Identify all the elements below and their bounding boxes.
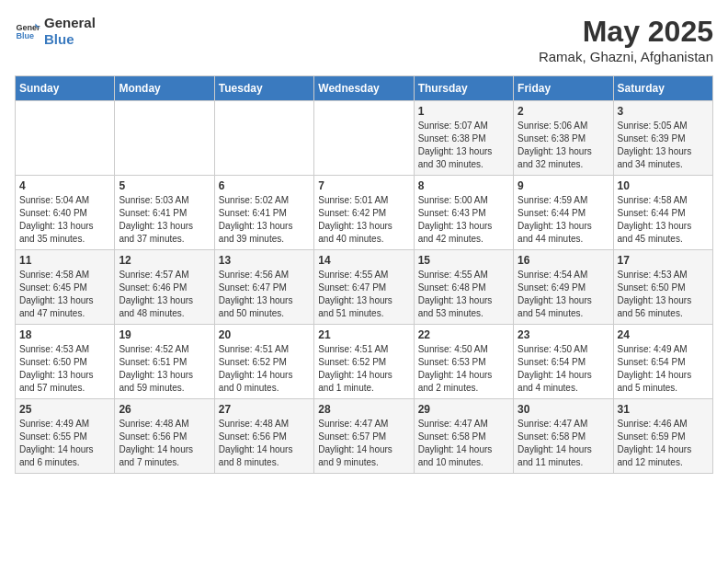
day-number: 20 <box>219 328 310 341</box>
svg-text:General: General <box>16 23 40 32</box>
day-cell: 10Sunrise: 4:58 AM Sunset: 6:44 PM Dayli… <box>613 176 712 250</box>
day-cell: 8Sunrise: 5:00 AM Sunset: 6:43 PM Daylig… <box>414 176 513 250</box>
day-number: 30 <box>518 403 609 416</box>
day-info: Sunrise: 5:04 AM Sunset: 6:40 PM Dayligh… <box>19 194 110 246</box>
day-number: 9 <box>518 179 609 192</box>
day-cell: 29Sunrise: 4:47 AM Sunset: 6:58 PM Dayli… <box>414 399 513 474</box>
day-info: Sunrise: 4:58 AM Sunset: 6:44 PM Dayligh… <box>618 194 709 246</box>
main-title: May 2025 <box>539 15 713 49</box>
day-cell: 5Sunrise: 5:03 AM Sunset: 6:41 PM Daylig… <box>115 176 214 250</box>
day-number: 17 <box>618 254 709 267</box>
day-number: 19 <box>119 328 210 341</box>
day-cell: 11Sunrise: 4:58 AM Sunset: 6:45 PM Dayli… <box>16 250 115 325</box>
day-number: 16 <box>518 254 609 267</box>
day-cell: 22Sunrise: 4:50 AM Sunset: 6:53 PM Dayli… <box>414 325 513 399</box>
day-cell: 25Sunrise: 4:49 AM Sunset: 6:55 PM Dayli… <box>16 399 115 474</box>
day-info: Sunrise: 4:47 AM Sunset: 6:57 PM Dayligh… <box>318 418 409 469</box>
day-info: Sunrise: 4:46 AM Sunset: 6:59 PM Dayligh… <box>618 418 709 469</box>
day-cell: 2Sunrise: 5:06 AM Sunset: 6:38 PM Daylig… <box>514 101 613 176</box>
day-cell <box>314 101 414 176</box>
day-info: Sunrise: 4:52 AM Sunset: 6:51 PM Dayligh… <box>119 343 210 395</box>
day-number: 12 <box>119 254 210 267</box>
day-number: 2 <box>518 105 609 118</box>
day-cell: 30Sunrise: 4:47 AM Sunset: 6:58 PM Dayli… <box>514 399 613 474</box>
day-cell: 18Sunrise: 4:53 AM Sunset: 6:50 PM Dayli… <box>16 325 115 399</box>
calendar-header: SundayMondayTuesdayWednesdayThursdayFrid… <box>16 76 713 101</box>
day-number: 13 <box>219 254 310 267</box>
day-info: Sunrise: 5:06 AM Sunset: 6:38 PM Dayligh… <box>518 120 609 171</box>
day-cell: 27Sunrise: 4:48 AM Sunset: 6:56 PM Dayli… <box>214 399 313 474</box>
day-info: Sunrise: 4:55 AM Sunset: 6:48 PM Dayligh… <box>418 269 509 320</box>
day-info: Sunrise: 5:00 AM Sunset: 6:43 PM Dayligh… <box>418 194 509 246</box>
day-cell: 31Sunrise: 4:46 AM Sunset: 6:59 PM Dayli… <box>613 399 712 474</box>
week-row-3: 11Sunrise: 4:58 AM Sunset: 6:45 PM Dayli… <box>16 250 713 325</box>
calendar-table: SundayMondayTuesdayWednesdayThursdayFrid… <box>15 75 713 474</box>
day-number: 24 <box>618 328 709 341</box>
day-number: 18 <box>19 328 110 341</box>
day-cell: 4Sunrise: 5:04 AM Sunset: 6:40 PM Daylig… <box>16 176 115 250</box>
day-cell: 1Sunrise: 5:07 AM Sunset: 6:38 PM Daylig… <box>414 101 513 176</box>
day-cell: 20Sunrise: 4:51 AM Sunset: 6:52 PM Dayli… <box>214 325 313 399</box>
day-info: Sunrise: 4:50 AM Sunset: 6:54 PM Dayligh… <box>518 343 609 395</box>
day-info: Sunrise: 5:05 AM Sunset: 6:39 PM Dayligh… <box>618 120 709 171</box>
title-block: May 2025 Ramak, Ghazni, Afghanistan <box>539 15 713 64</box>
day-number: 4 <box>19 179 110 192</box>
day-number: 8 <box>418 179 509 192</box>
day-cell: 13Sunrise: 4:56 AM Sunset: 6:47 PM Dayli… <box>214 250 313 325</box>
week-row-1: 1Sunrise: 5:07 AM Sunset: 6:38 PM Daylig… <box>16 101 713 176</box>
day-info: Sunrise: 4:48 AM Sunset: 6:56 PM Dayligh… <box>119 418 210 469</box>
day-info: Sunrise: 4:58 AM Sunset: 6:45 PM Dayligh… <box>19 269 110 320</box>
logo-line2: Blue <box>44 31 96 48</box>
day-number: 1 <box>418 105 509 118</box>
logo-icon: General Blue <box>15 18 40 44</box>
header-friday: Friday <box>514 76 613 101</box>
day-number: 10 <box>618 179 709 192</box>
day-info: Sunrise: 5:01 AM Sunset: 6:42 PM Dayligh… <box>318 194 409 246</box>
day-number: 7 <box>318 179 409 192</box>
header-tuesday: Tuesday <box>214 76 313 101</box>
subtitle: Ramak, Ghazni, Afghanistan <box>539 49 713 64</box>
svg-text:Blue: Blue <box>16 31 34 40</box>
day-cell <box>115 101 214 176</box>
day-info: Sunrise: 4:59 AM Sunset: 6:44 PM Dayligh… <box>518 194 609 246</box>
day-number: 5 <box>119 179 210 192</box>
day-number: 31 <box>618 403 709 416</box>
day-cell: 15Sunrise: 4:55 AM Sunset: 6:48 PM Dayli… <box>414 250 513 325</box>
header-wednesday: Wednesday <box>314 76 414 101</box>
day-number: 22 <box>418 328 509 341</box>
day-number: 6 <box>219 179 310 192</box>
day-cell: 24Sunrise: 4:49 AM Sunset: 6:54 PM Dayli… <box>613 325 712 399</box>
day-info: Sunrise: 4:51 AM Sunset: 6:52 PM Dayligh… <box>219 343 310 395</box>
day-info: Sunrise: 4:49 AM Sunset: 6:55 PM Dayligh… <box>19 418 110 469</box>
day-info: Sunrise: 4:47 AM Sunset: 6:58 PM Dayligh… <box>418 418 509 469</box>
week-row-4: 18Sunrise: 4:53 AM Sunset: 6:50 PM Dayli… <box>16 325 713 399</box>
day-info: Sunrise: 4:57 AM Sunset: 6:46 PM Dayligh… <box>119 269 210 320</box>
day-number: 23 <box>518 328 609 341</box>
day-info: Sunrise: 4:47 AM Sunset: 6:58 PM Dayligh… <box>518 418 609 469</box>
day-info: Sunrise: 4:55 AM Sunset: 6:47 PM Dayligh… <box>318 269 409 320</box>
day-cell: 6Sunrise: 5:02 AM Sunset: 6:41 PM Daylig… <box>214 176 313 250</box>
day-cell <box>214 101 313 176</box>
day-cell: 28Sunrise: 4:47 AM Sunset: 6:57 PM Dayli… <box>314 399 414 474</box>
day-info: Sunrise: 5:07 AM Sunset: 6:38 PM Dayligh… <box>418 120 509 171</box>
week-row-5: 25Sunrise: 4:49 AM Sunset: 6:55 PM Dayli… <box>16 399 713 474</box>
day-number: 25 <box>19 403 110 416</box>
day-cell: 26Sunrise: 4:48 AM Sunset: 6:56 PM Dayli… <box>115 399 214 474</box>
day-number: 27 <box>219 403 310 416</box>
day-info: Sunrise: 4:51 AM Sunset: 6:52 PM Dayligh… <box>318 343 409 395</box>
day-info: Sunrise: 4:50 AM Sunset: 6:53 PM Dayligh… <box>418 343 509 395</box>
logo-line1: General <box>44 15 96 31</box>
day-info: Sunrise: 5:03 AM Sunset: 6:41 PM Dayligh… <box>119 194 210 246</box>
day-info: Sunrise: 4:53 AM Sunset: 6:50 PM Dayligh… <box>618 269 709 320</box>
day-cell: 16Sunrise: 4:54 AM Sunset: 6:49 PM Dayli… <box>514 250 613 325</box>
day-info: Sunrise: 4:49 AM Sunset: 6:54 PM Dayligh… <box>618 343 709 395</box>
day-cell: 17Sunrise: 4:53 AM Sunset: 6:50 PM Dayli… <box>613 250 712 325</box>
day-cell: 19Sunrise: 4:52 AM Sunset: 6:51 PM Dayli… <box>115 325 214 399</box>
header-thursday: Thursday <box>414 76 513 101</box>
day-number: 15 <box>418 254 509 267</box>
header-saturday: Saturday <box>613 76 712 101</box>
logo: General Blue General Blue <box>15 15 96 48</box>
day-number: 28 <box>318 403 409 416</box>
day-info: Sunrise: 4:53 AM Sunset: 6:50 PM Dayligh… <box>19 343 110 395</box>
day-info: Sunrise: 4:56 AM Sunset: 6:47 PM Dayligh… <box>219 269 310 320</box>
